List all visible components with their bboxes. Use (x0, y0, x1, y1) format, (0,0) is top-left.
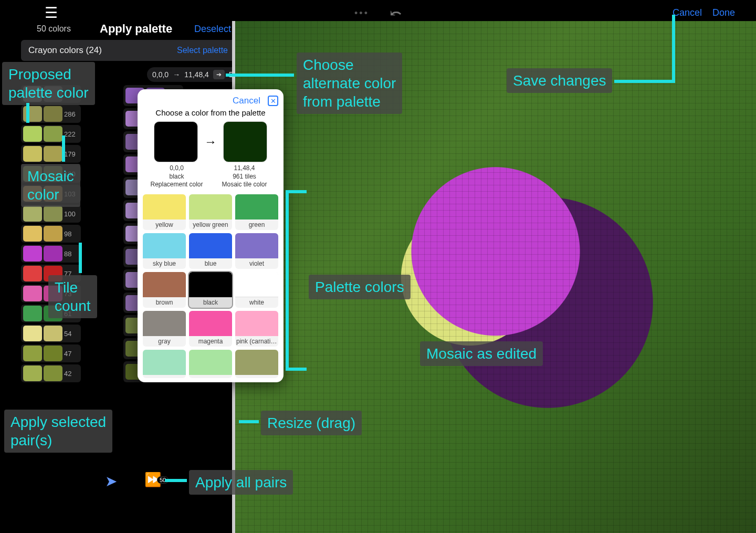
color-pair[interactable]: 77 (21, 265, 81, 283)
proposed-swatch (23, 246, 42, 262)
proposed-swatch (23, 365, 42, 381)
tilecount: 286 (64, 110, 79, 118)
palette-color-blue[interactable]: blue (189, 233, 232, 269)
palette-color-white[interactable]: white (235, 272, 278, 308)
palette-color-yellow green[interactable]: yellow green (189, 194, 232, 230)
palette-color-pink (carnation…[interactable]: pink (carnation… (235, 311, 278, 347)
palette-color-label: violet (235, 258, 278, 269)
palette-color-label: gray (143, 336, 186, 347)
color-pair[interactable]: 98 (21, 225, 81, 243)
palette-color-label: blue (189, 258, 232, 269)
palette-color-label: yellow green (189, 220, 232, 230)
proposed-swatch (23, 306, 42, 321)
from-label: Replacement color (148, 181, 206, 189)
palette-color-gray[interactable]: gray (143, 311, 186, 347)
palette-color-swatch[interactable] (189, 350, 232, 378)
palette-color-sky blue[interactable]: sky blue (143, 233, 186, 269)
color-pair[interactable]: 47 (21, 344, 81, 362)
mosaic-swatch (44, 166, 62, 182)
color-pair[interactable]: 88 (21, 245, 81, 263)
palette-color-label: white (235, 297, 278, 308)
mosaic-color-swatch (223, 121, 267, 162)
to-rgb: 11,48,4 (216, 164, 274, 173)
mosaic-swatch (44, 346, 62, 361)
colors-count: 50 colors (37, 24, 71, 34)
color-pair[interactable] (21, 85, 81, 103)
tilecount: 73 (64, 290, 79, 298)
color-pair[interactable]: 54 (21, 325, 81, 342)
popup-close-icon[interactable]: ✕ (268, 96, 278, 106)
to-tiles: 961 tiles (216, 173, 274, 181)
proposed-swatch (23, 166, 42, 182)
tilecount: 47 (64, 350, 79, 358)
palette-color-swatch[interactable] (143, 350, 186, 378)
palette-color-magenta[interactable]: magenta (189, 311, 232, 347)
mosaic-swatch (44, 226, 62, 242)
popup-title: Choose a color from the palette (143, 108, 278, 117)
color-pair[interactable]: 100 (21, 205, 81, 223)
palette-color-yellow[interactable]: yellow (143, 194, 186, 230)
tilecount: 88 (64, 250, 79, 258)
pill-from: 0,0,0 (152, 70, 169, 79)
mosaic-preview[interactable] (235, 21, 756, 533)
palette-color-label (189, 375, 232, 378)
menu-icon[interactable]: ☰ (45, 4, 58, 22)
mosaic-swatch (44, 206, 62, 222)
palette-color-brown[interactable]: brown (143, 272, 186, 308)
palette-color-green[interactable]: green (235, 194, 278, 230)
proposed-swatch (23, 286, 42, 301)
color-pair[interactable]: 103 (21, 185, 81, 203)
tilecount: 103 (64, 190, 79, 198)
proposed-swatch (23, 86, 42, 102)
apply-all-icon[interactable]: ⏩50 (144, 472, 173, 488)
mosaic-swatch (44, 326, 62, 341)
undo-icon[interactable]: ⤺ (390, 5, 402, 22)
replacement-color-swatch[interactable] (154, 121, 198, 162)
cancel-button[interactable]: Cancel (673, 7, 702, 18)
palette-color-label: brown (143, 297, 186, 308)
select-palette-button[interactable]: Select palette (177, 46, 228, 55)
palette-name-label: Crayon colors (24) (28, 45, 102, 56)
color-pair[interactable]: 179 (21, 145, 81, 163)
apply-selected-icon[interactable]: ➤ (105, 473, 117, 490)
more-icon[interactable]: ••• (354, 8, 369, 19)
mosaic-swatch (44, 126, 62, 142)
proposed-swatch (23, 206, 42, 222)
palette-color-label: pink (carnation… (235, 336, 278, 347)
color-pair[interactable]: 286 (21, 105, 81, 123)
apply-pair-icon[interactable]: ➔ (213, 70, 225, 79)
mosaic-swatch (44, 365, 62, 381)
palette-color-label: sky blue (143, 258, 186, 269)
to-label: Mosaic tile color (216, 181, 274, 189)
popup-cancel-button[interactable]: Cancel (233, 96, 260, 106)
tilecount: 179 (64, 150, 79, 158)
tilecount: 42 (64, 370, 79, 378)
mosaic-swatch (44, 186, 62, 202)
color-pair[interactable]: 42 (21, 364, 81, 382)
tilecount: 98 (64, 230, 79, 238)
color-pair[interactable]: 130 (21, 165, 81, 183)
apply-all-badge: 50 (157, 476, 169, 484)
color-picker-popup: Cancel ✕ Choose a color from the palette… (138, 89, 284, 382)
proposed-swatch (23, 266, 42, 281)
palette-color-label: black (189, 297, 232, 308)
color-pair[interactable]: 61 (21, 305, 81, 322)
tilecount: 100 (64, 210, 79, 218)
palette-color-violet[interactable]: violet (235, 233, 278, 269)
arrow-icon: → (204, 134, 217, 149)
palette-color-swatch[interactable] (235, 350, 278, 378)
mosaic-swatch (44, 146, 62, 162)
pill-to: 11,48,4 (184, 70, 209, 79)
tilecount: 61 (64, 310, 79, 318)
proposed-swatch (23, 186, 42, 202)
proposed-swatch (23, 126, 42, 142)
tilecount: 77 (64, 270, 79, 278)
color-pair[interactable]: 222 (21, 125, 81, 143)
done-button[interactable]: Done (712, 7, 735, 18)
color-pair[interactable]: 73 (21, 285, 81, 302)
palette-color-label: magenta (189, 336, 232, 347)
deselect-button[interactable]: Deselect (194, 24, 231, 35)
palette-select-row[interactable]: Crayon colors (24) Select palette (21, 40, 235, 61)
proposed-swatch (23, 346, 42, 361)
palette-color-black[interactable]: black (189, 272, 232, 308)
